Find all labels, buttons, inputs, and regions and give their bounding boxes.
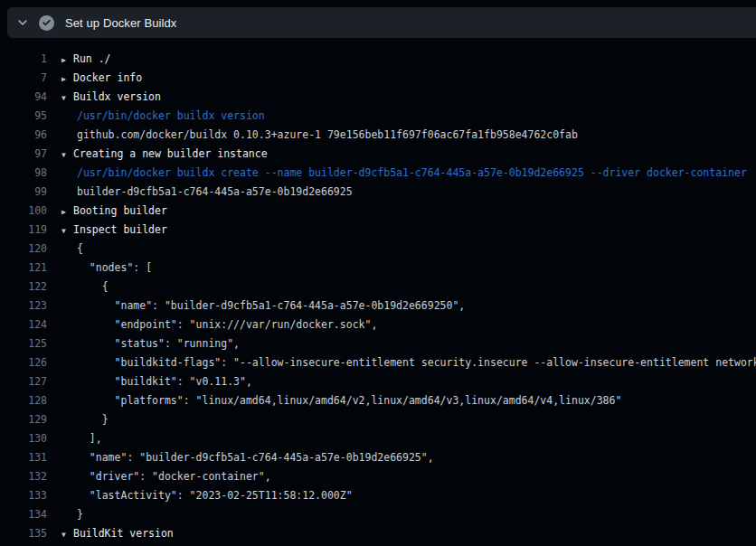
line-content: /usr/bin/docker buildx create --name bui…: [47, 164, 756, 183]
line-content: ▼Inspect builder: [47, 221, 756, 240]
output-text: {: [77, 242, 83, 255]
line-number[interactable]: 132: [0, 467, 47, 486]
log-line: 95/usr/bin/docker buildx version: [0, 107, 756, 126]
line-content: }: [47, 410, 756, 429]
line-number[interactable]: 100: [0, 202, 47, 221]
line-number[interactable]: 126: [0, 353, 47, 372]
log-group-row[interactable]: 7▶Docker info: [0, 69, 756, 88]
line-content: ▼Buildx version: [47, 88, 756, 107]
log-line: 124 "endpoint": "unix:///var/run/docker.…: [0, 315, 756, 334]
step-header[interactable]: Set up Docker Buildx: [7, 7, 756, 38]
log-line: 134}: [0, 505, 756, 524]
line-number[interactable]: 133: [0, 486, 47, 505]
group-label: Docker info: [73, 71, 142, 84]
log-group-row[interactable]: 94▼Buildx version: [0, 88, 756, 107]
log-line: 130 ],: [0, 429, 756, 448]
output-text: "driver": "docker-container",: [77, 470, 271, 483]
line-content: ▼BuildKit version: [47, 524, 756, 543]
line-content: ▼Creating a new builder instance: [47, 145, 756, 164]
triangle-right-icon: ▶: [61, 51, 73, 69]
check-circle-icon: [39, 15, 54, 31]
group-label: Booting builder: [73, 204, 167, 217]
line-number[interactable]: 122: [0, 278, 47, 297]
triangle-down-icon: ▼: [61, 221, 73, 240]
line-number[interactable]: 1: [0, 50, 47, 69]
log-group-row[interactable]: 100▶Booting builder: [0, 202, 756, 221]
group-label: Run ./: [73, 52, 111, 65]
step-title: Set up Docker Buildx: [65, 16, 176, 30]
line-number[interactable]: 7: [0, 69, 47, 88]
triangle-down-icon: ▼: [61, 146, 73, 164]
line-number[interactable]: 123: [0, 297, 47, 315]
line-content: "nodes": [: [47, 259, 756, 278]
log-line: 121 "nodes": [: [0, 259, 756, 278]
output-text: "buildkit": "v0.11.3",: [77, 375, 252, 388]
line-number[interactable]: 128: [0, 391, 47, 410]
line-number[interactable]: 134: [0, 505, 47, 524]
output-text: "name": "builder-d9cfb5a1-c764-445a-a57e…: [77, 451, 434, 464]
output-text: "lastActivity": "2023-02-25T11:58:12.000…: [77, 489, 353, 502]
output-text: "platforms": "linux/amd64,linux/amd64/v2…: [77, 394, 621, 407]
log-group-row[interactable]: 119▼Inspect builder: [0, 221, 756, 240]
log-line: 98/usr/bin/docker buildx create --name b…: [0, 164, 756, 183]
log-group-row[interactable]: 1▶Run ./: [0, 50, 756, 69]
line-number[interactable]: 120: [0, 240, 47, 259]
line-number[interactable]: 129: [0, 410, 47, 429]
line-content: "platforms": "linux/amd64,linux/amd64/v2…: [47, 391, 756, 410]
output-text: "name": "builder-d9cfb5a1-c764-445a-a57e…: [77, 299, 465, 312]
output-text: github.com/docker/buildx 0.10.3+azure-1 …: [77, 128, 578, 141]
line-content: ▶Run ./: [47, 50, 756, 69]
line-number[interactable]: 124: [0, 315, 47, 334]
line-content: {: [47, 278, 756, 297]
line-content: ],: [47, 429, 756, 448]
line-number[interactable]: 94: [0, 88, 47, 107]
group-label: Buildx version: [73, 90, 161, 103]
line-content: "driver": "docker-container",: [47, 467, 756, 486]
line-content: "endpoint": "unix:///var/run/docker.sock…: [47, 315, 756, 334]
line-content: ▶Docker info: [47, 69, 756, 88]
line-number[interactable]: 135: [0, 524, 47, 543]
line-number[interactable]: 125: [0, 334, 47, 353]
line-content: }: [47, 505, 756, 524]
line-number[interactable]: 130: [0, 429, 47, 448]
line-content: "lastActivity": "2023-02-25T11:58:12.000…: [47, 486, 756, 505]
log-line: 125 "status": "running",: [0, 334, 756, 353]
line-content: builder-d9cfb5a1-c764-445a-a57e-0b19d2e6…: [47, 183, 756, 202]
output-text: }: [77, 413, 109, 426]
triangle-down-icon: ▼: [61, 89, 73, 107]
command-text: /usr/bin/docker buildx version: [77, 109, 265, 122]
line-content: "name": "builder-d9cfb5a1-c764-445a-a57e…: [47, 448, 756, 467]
line-number[interactable]: 119: [0, 221, 47, 240]
line-number[interactable]: 95: [0, 107, 47, 126]
line-content: "buildkitd-flags": "--allow-insecure-ent…: [47, 353, 756, 372]
line-number[interactable]: 97: [0, 145, 47, 164]
output-text: {: [77, 280, 109, 293]
line-content: "status": "running",: [47, 334, 756, 353]
log-group-row[interactable]: 135▼BuildKit version: [0, 524, 756, 543]
output-text: "status": "running",: [77, 337, 240, 350]
line-content: ▶Booting builder: [47, 202, 756, 221]
triangle-down-icon: ▼: [61, 525, 73, 543]
output-text: "buildkitd-flags": "--allow-insecure-ent…: [77, 356, 756, 369]
log-line: 120{: [0, 240, 756, 259]
line-number[interactable]: 98: [0, 164, 47, 183]
group-label: BuildKit version: [73, 527, 174, 540]
output-text: "nodes": [: [77, 261, 152, 274]
line-content: "buildkit": "v0.11.3",: [47, 372, 756, 391]
line-content: "name": "builder-d9cfb5a1-c764-445a-a57e…: [47, 297, 756, 315]
line-content: /usr/bin/docker buildx version: [47, 107, 756, 126]
log-line: 123 "name": "builder-d9cfb5a1-c764-445a-…: [0, 297, 756, 315]
line-number[interactable]: 131: [0, 448, 47, 467]
line-number[interactable]: 96: [0, 126, 47, 145]
output-text: "endpoint": "unix:///var/run/docker.sock…: [77, 318, 377, 331]
log-line: 126 "buildkitd-flags": "--allow-insecure…: [0, 353, 756, 372]
line-content: {: [47, 240, 756, 259]
line-number[interactable]: 99: [0, 183, 47, 202]
log-line: 128 "platforms": "linux/amd64,linux/amd6…: [0, 391, 756, 410]
line-number[interactable]: 127: [0, 372, 47, 391]
log-line: 127 "buildkit": "v0.11.3",: [0, 372, 756, 391]
log-group-row[interactable]: 97▼Creating a new builder instance: [0, 145, 756, 164]
output-text: }: [77, 508, 83, 521]
line-number[interactable]: 121: [0, 259, 47, 278]
chevron-down-icon: [15, 15, 30, 30]
